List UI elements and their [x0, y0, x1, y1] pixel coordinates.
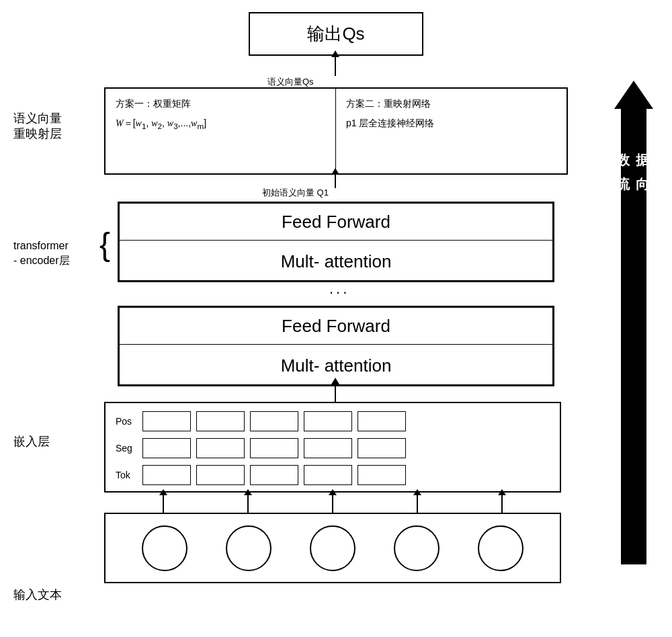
embed-cell — [358, 465, 406, 485]
embed-tok-label: Tok — [116, 470, 142, 480]
embed-cell — [304, 438, 352, 458]
input-circle-4 — [394, 525, 439, 571]
arrow-to-remap — [335, 173, 336, 188]
brace-transformer: { — [99, 228, 110, 261]
output-label: 输出Qs — [307, 22, 364, 46]
embed-cell — [250, 411, 298, 431]
arrows-from-input — [104, 493, 561, 513]
remap-right: 方案二：重映射网络 p1 层全连接神经网络 — [336, 89, 566, 173]
label-embed-layer: 嵌入层 — [13, 433, 50, 450]
arrow-up-4 — [417, 494, 418, 513]
output-box: 输出Qs — [249, 12, 423, 56]
remap-right-desc: p1 层全连接神经网络 — [346, 116, 556, 130]
embed-cell — [196, 465, 245, 485]
embed-pos-label: Pos — [116, 416, 142, 427]
label-remap-layer: 语义向量重映射层 — [13, 111, 62, 142]
embed-cell — [358, 438, 406, 458]
embed-cell — [196, 438, 245, 458]
embed-seg-label: Seg — [116, 443, 142, 454]
remap-left-title: 方案一：权重矩阵 — [116, 97, 325, 111]
input-circle-5 — [478, 525, 523, 571]
mult-attention-top: Mult- attention — [120, 241, 552, 282]
arrow-up-2 — [247, 494, 249, 513]
embed-cell — [250, 465, 298, 485]
input-circle-2 — [226, 525, 271, 571]
label-initial-q1: 初始语义向量 Q1 — [262, 187, 329, 199]
diagram: 输出Qs 语义向量Qs 方案一：权重矩阵 W＝[w1, w2, w3,...,w… — [0, 0, 672, 637]
arrow-up-1 — [163, 494, 164, 513]
label-semantic-qs: 语义向量Qs — [267, 76, 314, 88]
dots-between-encoders: ··· — [329, 284, 349, 301]
input-circle-1 — [142, 525, 187, 571]
embed-cell — [304, 411, 352, 431]
feed-forward-top: Feed Forward — [120, 204, 552, 241]
embed-pos-row: Pos — [116, 409, 560, 434]
embed-cell — [358, 411, 406, 431]
remap-left-formula: W＝[w1, w2, w3,...,wm] — [116, 116, 325, 132]
label-input-text: 输入文本 — [13, 587, 62, 603]
arrow-head — [614, 81, 653, 109]
feed-forward-bottom: Feed Forward — [120, 308, 552, 345]
embed-seg-row: Seg — [116, 435, 560, 461]
embed-cell — [250, 438, 298, 458]
label-transformer: transformer- encoder层 — [13, 239, 70, 269]
embed-tok-row: Tok — [116, 462, 560, 488]
encoder-bottom-block: Feed Forward Mult- attention — [118, 306, 554, 386]
remap-box: 方案一：权重矩阵 W＝[w1, w2, w3,...,wm] 方案二：重映射网络… — [104, 87, 568, 175]
embed-cell — [142, 438, 191, 458]
embed-box: Pos Seg Tok — [104, 402, 561, 493]
remap-right-title: 方案二：重映射网络 — [346, 97, 556, 111]
embed-cell — [304, 465, 352, 485]
embed-cell — [196, 411, 245, 431]
remap-left: 方案一：权重矩阵 W＝[w1, w2, w3,...,wm] — [106, 89, 336, 173]
arrow-up-5 — [501, 494, 503, 513]
arrow-up-3 — [332, 494, 333, 513]
arrow-to-encoder — [335, 383, 336, 402]
embed-cell — [142, 411, 191, 431]
data-flow-label: 数 据 流 向 — [615, 148, 652, 196]
input-circles-box — [104, 513, 561, 583]
embed-cell — [142, 465, 191, 485]
arrow-to-output — [335, 56, 336, 76]
encoder-top-block: Feed Forward Mult- attention — [118, 202, 554, 282]
input-circle-3 — [310, 525, 355, 571]
